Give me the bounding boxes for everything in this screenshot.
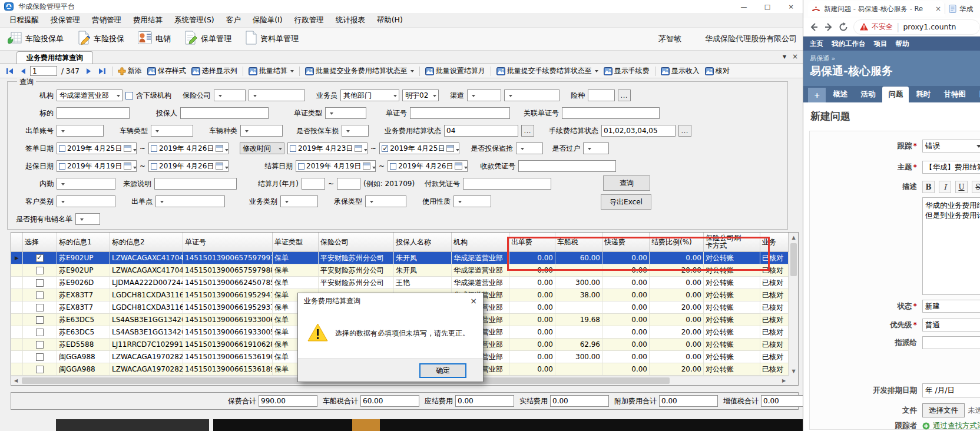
settle-date-to[interactable]: 2019年 4月26日: [388, 160, 468, 172]
insurer-select-1[interactable]: [214, 89, 246, 101]
customer-type-select[interactable]: [57, 195, 115, 207]
date-checkbox[interactable]: [151, 163, 157, 170]
action-选择显示列[interactable]: 选择显示列: [190, 65, 239, 77]
row-checkbox[interactable]: [36, 304, 44, 311]
maximize-button[interactable]: □: [756, 0, 779, 13]
status-select[interactable]: 新建: [922, 300, 980, 313]
assignee-input[interactable]: [922, 336, 980, 349]
format-U-button[interactable]: U: [955, 181, 968, 193]
top-menu-项目[interactable]: 项目: [874, 39, 888, 48]
risk-ellipsis-button[interactable]: ...: [618, 89, 631, 101]
priority-select[interactable]: 普通: [922, 319, 980, 331]
nav-prev-button[interactable]: [18, 67, 28, 75]
column-header-快递费[interactable]: 快递费: [602, 233, 650, 251]
project-tab-活动[interactable]: 活动: [855, 87, 881, 102]
column-header-标的信息2[interactable]: 标的信息2: [110, 233, 183, 251]
car-policy-form-button[interactable]: 车险投保单: [7, 31, 64, 47]
project-tab-概述[interactable]: 概述: [827, 87, 853, 102]
ok-button[interactable]: 确定: [419, 363, 466, 378]
modify-date-from[interactable]: 2019年 4月23日: [287, 142, 368, 154]
biz-fee-status-input[interactable]: 04: [444, 125, 518, 137]
forward-icon[interactable]: [824, 22, 833, 32]
nav-first-button[interactable]: [4, 67, 16, 75]
subject-input[interactable]: [57, 107, 130, 119]
transfer-select[interactable]: [583, 142, 609, 154]
commission-status-ellipsis-button[interactable]: ...: [678, 125, 691, 137]
search-button[interactable]: 查询: [603, 175, 650, 191]
action-批量设置结算月[interactable]: 批量设置结算月: [423, 65, 487, 77]
date-checkbox[interactable]: [151, 145, 157, 152]
tab-close-icon[interactable]: ×: [935, 5, 941, 13]
project-tab-耗时[interactable]: 耗时: [910, 87, 936, 102]
action-显示手续费[interactable]: 显示手续费: [602, 65, 651, 77]
schedule-date-input[interactable]: 年 /月/日: [922, 383, 980, 397]
vehicle-class-select[interactable]: [240, 125, 283, 137]
browser-tab-2[interactable]: 华成: [945, 4, 976, 14]
minimize-button[interactable]: —: [732, 0, 756, 13]
row-checkbox[interactable]: [36, 341, 44, 349]
column-header-indicator[interactable]: [11, 233, 23, 251]
add-watcher-link[interactable]: 通过查找方式添加: [933, 421, 980, 431]
date-checkbox[interactable]: [290, 145, 296, 152]
risk-input[interactable]: [588, 89, 615, 101]
org-select[interactable]: 华成渠道营业部: [57, 89, 122, 101]
column-header-投保人名称[interactable]: 投保人名称: [394, 233, 452, 251]
include-sub-org-checkbox[interactable]: [125, 92, 133, 100]
date-checkbox[interactable]: [59, 163, 65, 170]
row-checkbox[interactable]: [36, 254, 44, 262]
tracker-select[interactable]: 错误: [922, 140, 980, 152]
settle-date-from[interactable]: 2019年 4月19日: [296, 160, 376, 172]
export-excel-button[interactable]: 导出Excel: [601, 194, 651, 210]
top-menu-我的工作台[interactable]: 我的工作台: [832, 39, 866, 48]
menu-item-日程提醒[interactable]: 日程提醒: [4, 14, 45, 27]
menu-item-统计报表[interactable]: 统计报表: [330, 14, 371, 27]
salesman-select-1[interactable]: 其他部门: [340, 89, 399, 101]
menu-item-营销管理[interactable]: 营销管理: [86, 14, 127, 27]
usage-select[interactable]: [453, 195, 491, 207]
reload-icon[interactable]: [839, 22, 848, 32]
action-批量提交业务费用结算状态至[interactable]: 批量提交业务费用结算状态至: [303, 65, 416, 77]
nav-next-button[interactable]: [84, 67, 94, 75]
sign-date-from[interactable]: 2019年 4月25日: [57, 142, 137, 154]
back-icon[interactable]: [809, 22, 819, 32]
format-I-button[interactable]: I: [939, 181, 951, 193]
format-S-button[interactable]: S: [972, 181, 980, 193]
menu-item-保险单(I)[interactable]: 保险单(I): [247, 14, 289, 27]
subject-input[interactable]: 【华成】费用结算: [922, 161, 980, 174]
related-doc-input[interactable]: [562, 107, 660, 119]
menu-item-费用结算[interactable]: 费用结算: [127, 14, 168, 27]
browser-tab-active[interactable]: 新建问题 - 易保通-核心服务 - Re ×: [808, 1, 945, 16]
column-header-机构[interactable]: 机构: [452, 233, 509, 251]
tab-list-caret-icon[interactable]: ▾: [783, 52, 786, 61]
menu-item-投保管理[interactable]: 投保管理: [45, 14, 86, 27]
date-checkbox[interactable]: [390, 163, 396, 170]
format-B-button[interactable]: B: [922, 181, 935, 193]
address-field[interactable]: 不安全 | proxy1.countn: [853, 19, 980, 35]
column-header-标的信息1[interactable]: 标的信息1: [57, 233, 110, 251]
pay-voucher-input[interactable]: [463, 178, 551, 190]
commission-status-input[interactable]: 01,02,03,04,05: [601, 125, 676, 137]
action-批量结算[interactable]: 批量结算: [247, 65, 296, 77]
action-显示收入[interactable]: 显示收入: [659, 65, 701, 77]
row-checkbox[interactable]: [36, 316, 44, 324]
row-checkbox[interactable]: [36, 291, 44, 299]
row-checkbox[interactable]: [36, 366, 44, 373]
vertical-scrollbar[interactable]: ▲ ▼: [789, 233, 798, 376]
source-input[interactable]: [154, 178, 237, 190]
tab-close-icon[interactable]: ×: [792, 52, 798, 61]
project-tab-问题[interactable]: 问题: [882, 87, 909, 102]
policy-manage-button[interactable]: 保单管理: [184, 31, 231, 47]
channel-select-2[interactable]: [504, 89, 559, 101]
row-checkbox[interactable]: [36, 279, 44, 287]
date-checkbox[interactable]: [382, 145, 388, 152]
salesman-select-2[interactable]: 明宇02: [402, 89, 439, 101]
scroll-down-icon[interactable]: ▼: [789, 366, 798, 376]
column-header-业务[interactable]: 业务: [760, 233, 789, 251]
damage-ins-select[interactable]: [342, 125, 369, 137]
dialog-close-icon[interactable]: ×: [467, 295, 480, 307]
top-menu-帮助[interactable]: 帮助: [896, 39, 909, 48]
doc-no-input[interactable]: [410, 107, 510, 119]
table-row[interactable]: 苏E9026DLJDMAA222D00724401451501390066245…: [11, 277, 789, 289]
close-button[interactable]: ×: [779, 0, 803, 13]
row-checkbox[interactable]: [36, 329, 44, 336]
